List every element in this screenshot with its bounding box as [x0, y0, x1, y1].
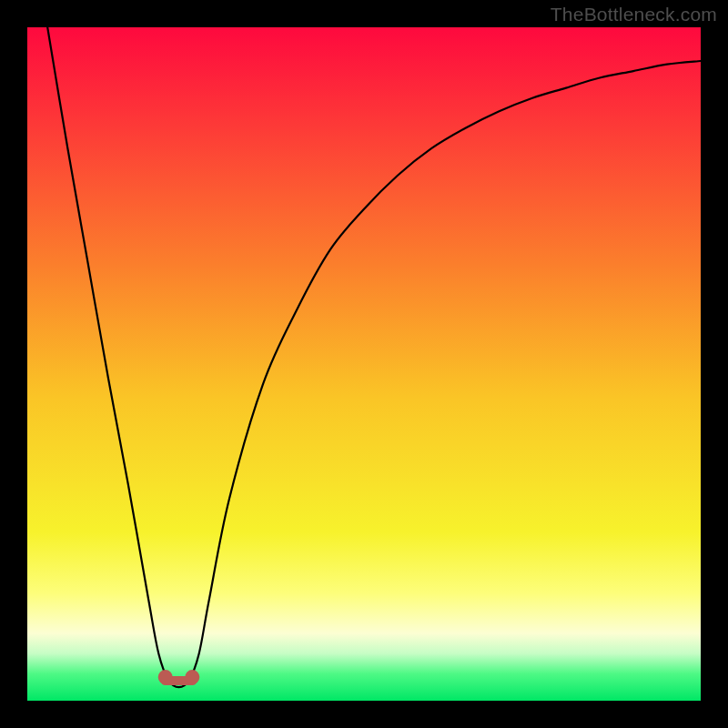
watermark-text: TheBottleneck.com: [551, 4, 717, 25]
chart-frame: TheBottleneck.com: [0, 0, 728, 728]
curve-min-marker: [158, 670, 173, 684]
bottleneck-curve: [27, 27, 701, 701]
curve-min-marker: [185, 670, 199, 684]
plot-area: [27, 27, 701, 701]
